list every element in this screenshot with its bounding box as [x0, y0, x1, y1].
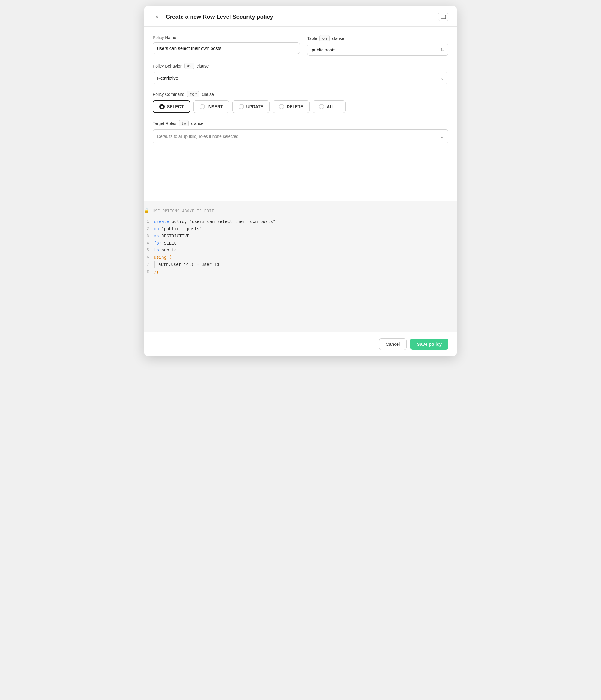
code-line-3: 3 as RESTRICTIVE [144, 232, 457, 240]
kw-for: for [154, 241, 161, 246]
dialog-body: Policy Name Table on clause public.posts… [144, 27, 457, 201]
policy-name-label: Policy Name [153, 35, 300, 40]
lock-icon: 🔒 [144, 207, 150, 215]
line-content-2: on "public"."posts" [154, 225, 202, 232]
panel-icon [441, 15, 446, 19]
delete-radio-circle [279, 104, 284, 109]
command-select-option[interactable]: SELECT [153, 100, 190, 113]
line-num-7: 7 [144, 261, 154, 268]
roles-dropdown[interactable]: Defaults to all (public) roles if none s… [153, 129, 448, 143]
close-button[interactable]: × [153, 12, 161, 21]
code-header: 🔒 USE OPTIONS ABOVE TO EDIT [144, 207, 457, 215]
line-content-8: ); [154, 268, 159, 275]
command-radio-group: SELECT INSERT UPDATE DELETE ALL [153, 100, 448, 113]
policy-command-label: Policy Command for clause [153, 91, 448, 97]
behavior-as-badge: as [184, 63, 195, 69]
line-content-3: as RESTRICTIVE [154, 232, 189, 240]
command-all-option[interactable]: ALL [312, 100, 346, 113]
code-line-8: 8 ); [144, 268, 457, 275]
policy-name-group: Policy Name [153, 35, 300, 56]
indent-bar [154, 261, 155, 268]
line-num-8: 8 [144, 268, 154, 275]
kw-to: to [154, 248, 159, 252]
kw-open-paren: ( [169, 255, 172, 259]
line-content-5: to public [154, 247, 177, 254]
policy-behavior-label: Policy Behavior as clause [153, 63, 448, 69]
update-radio-circle [239, 104, 244, 109]
line-content-4: for SELECT [154, 240, 179, 247]
code-line-5: 5 to public [144, 247, 457, 254]
cancel-button[interactable]: Cancel [379, 338, 407, 350]
line-num-2: 2 [144, 225, 154, 232]
code-line-6: 6 using ( [144, 254, 457, 261]
code-line-1: 1 create policy "users can select their … [144, 218, 457, 225]
kw-close: ); [154, 269, 159, 274]
roles-to-badge: to [179, 120, 189, 126]
table-on-badge: on [320, 35, 330, 42]
roles-chevron-icon: ⌄ [440, 134, 444, 139]
dialog: × Create a new Row Level Security policy… [144, 6, 457, 356]
policy-command-section: Policy Command for clause SELECT INSERT [153, 91, 448, 113]
all-label: ALL [327, 104, 335, 109]
save-policy-button[interactable]: Save policy [410, 339, 448, 350]
insert-label: INSERT [207, 104, 223, 109]
command-insert-option[interactable]: INSERT [193, 100, 229, 113]
kw-using: using [154, 255, 167, 259]
delete-label: DELETE [287, 104, 303, 109]
svg-rect-0 [441, 15, 446, 19]
line-num-6: 6 [144, 254, 154, 260]
policy-behavior-section: Policy Behavior as clause Restrictive Pe… [153, 63, 448, 84]
code-line-2: 2 on "public"."posts" [144, 225, 457, 232]
kw-create: create [154, 219, 169, 224]
command-for-badge: for [187, 91, 199, 97]
line-num-3: 3 [144, 232, 154, 239]
table-label: Table on clause [307, 35, 448, 42]
auth-expression: auth.user_id() = user_id [158, 261, 219, 268]
policy-name-input[interactable] [153, 42, 300, 54]
code-lines: 1 create policy "users can select their … [144, 218, 457, 275]
line-num-1: 1 [144, 218, 154, 225]
line-content-7: auth.user_id() = user_id [154, 261, 219, 268]
kw-as: as [154, 233, 159, 238]
dialog-header: × Create a new Row Level Security policy [144, 6, 457, 27]
update-label: UPDATE [246, 104, 264, 109]
dialog-footer: Cancel Save policy [144, 332, 457, 356]
line-content-6: using ( [154, 254, 172, 261]
table-select[interactable]: public.posts [307, 44, 448, 56]
all-radio-circle [319, 104, 324, 109]
dialog-title: Create a new Row Level Security policy [166, 14, 273, 20]
roles-placeholder: Defaults to all (public) roles if none s… [157, 134, 239, 139]
header-left: × Create a new Row Level Security policy [153, 12, 273, 21]
insert-radio-circle [200, 104, 205, 109]
line-num-5: 5 [144, 247, 154, 253]
target-roles-section: Target Roles to clause Defaults to all (… [153, 120, 448, 143]
line-num-4: 4 [144, 240, 154, 246]
command-delete-option[interactable]: DELETE [273, 100, 309, 113]
table-select-wrapper: public.posts ⇅ [307, 44, 448, 56]
code-line-7: 7 auth.user_id() = user_id [144, 261, 457, 268]
code-line-4: 4 for SELECT [144, 240, 457, 247]
kw-on: on [154, 226, 159, 231]
target-roles-label: Target Roles to clause [153, 120, 448, 126]
table-group: Table on clause public.posts ⇅ [307, 35, 448, 56]
select-radio-inner [161, 106, 163, 108]
command-update-option[interactable]: UPDATE [232, 100, 270, 113]
select-radio-circle [159, 104, 165, 109]
code-section: 🔒 USE OPTIONS ABOVE TO EDIT 1 create pol… [144, 201, 457, 332]
fields-row: Policy Name Table on clause public.posts… [153, 35, 448, 56]
behavior-select[interactable]: Restrictive Permissive [153, 72, 448, 84]
behavior-select-wrapper: Restrictive Permissive ⌄ [153, 72, 448, 84]
select-label: SELECT [167, 104, 183, 109]
line-content-1: create policy "users can select their ow… [154, 218, 276, 225]
panel-toggle-button[interactable] [438, 12, 448, 21]
code-header-text: USE OPTIONS ABOVE TO EDIT [153, 208, 214, 214]
